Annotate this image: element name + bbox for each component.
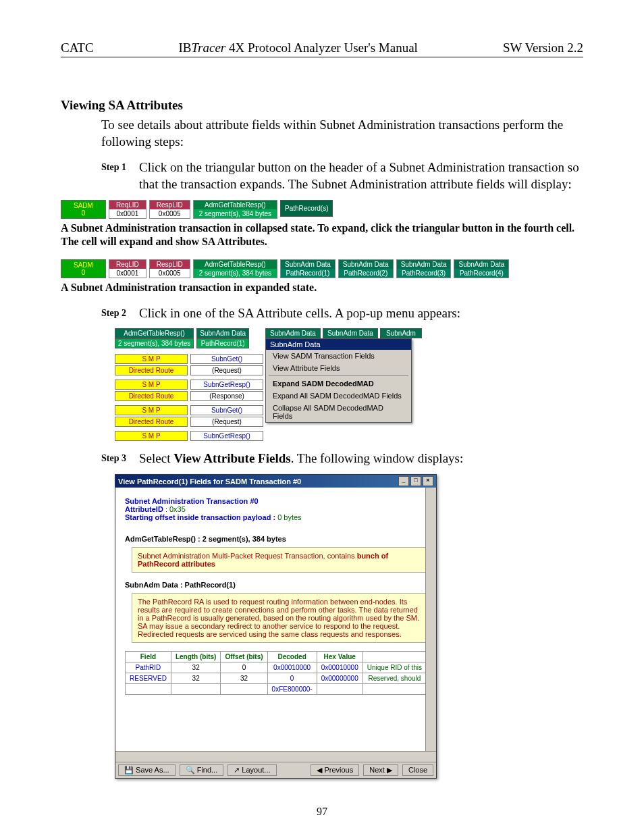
adm-bot: 2 segment(s), 384 bytes <box>194 209 277 218</box>
step2-text: Click in one of the SA Attribute cells. … <box>139 305 583 322</box>
subn-bot-4: PathRecord(4) <box>454 269 508 278</box>
subnget-cell-1[interactable]: SubnGet() <box>190 354 263 364</box>
smp-cell-3[interactable]: S M P <box>115 405 188 415</box>
transaction-header: Subnet Administration Transaction #0 <box>125 497 427 505</box>
subn-hdr-2[interactable]: SubnAdm Data <box>265 328 321 338</box>
sadm-cell-2[interactable]: SADM 0 <box>61 259 106 278</box>
header-italic: Tracer <box>192 41 226 55</box>
table-row[interactable]: RESERVED 32 32 0 0x00000000 Reserved, sh… <box>126 673 427 684</box>
vertical-scrollbar[interactable] <box>425 488 436 751</box>
menu-expand-all[interactable]: Expand All SADM DecodedMAD Fields <box>266 390 411 402</box>
subn-cell-2[interactable]: SubnAdm Data PathRecord(2) <box>338 259 394 278</box>
close-button[interactable]: Close <box>402 764 433 776</box>
cell-len-2: 32 <box>171 673 221 684</box>
subngetresp-cell-2[interactable]: SubnGetResp() <box>190 431 263 441</box>
step1-text: Click on the triangular button on the he… <box>139 159 583 192</box>
col-field: Field <box>126 652 171 662</box>
adm-bot-3: 2 segment(s), 384 bytes <box>115 338 194 348</box>
reqlid-bot-2: 0x0001 <box>109 269 146 278</box>
cell-off-2: 32 <box>221 673 267 684</box>
pathrecord-cell[interactable]: PathRecord(s) <box>280 200 333 217</box>
step1-label: Step 1 <box>101 159 139 173</box>
description-box-1: Subnet Administration Multi-Packet Reque… <box>132 547 427 573</box>
col-hexvalue: Hex Value <box>317 652 363 662</box>
resplid-cell-2[interactable]: RespLID 0x0005 <box>149 259 190 278</box>
layout-button[interactable]: ↗ Layout... <box>227 764 276 776</box>
offset-value: 0 bytes <box>275 513 302 521</box>
subnadm-data-header: SubnAdm Data : PathRecord(1) <box>125 581 427 589</box>
subngetresp-cell-1[interactable]: SubnGetResp() <box>190 380 263 390</box>
table-row[interactable]: 0xFE800000- <box>126 684 427 695</box>
attributeid-label: AttributeID <box>125 505 163 513</box>
next-button[interactable]: Next ▶ <box>363 764 398 776</box>
sadm-bot-2: 0 <box>74 269 93 276</box>
find-label: Find... <box>197 766 218 774</box>
subn-cell-1[interactable]: SubnAdm Data PathRecord(1) <box>280 259 336 278</box>
previous-button[interactable]: ◀ Previous <box>311 764 359 776</box>
next-label: Next <box>369 766 385 774</box>
cell-dec-2: 0 <box>267 673 317 684</box>
reqlid-cell-2[interactable]: ReqLID 0x0001 <box>109 259 146 278</box>
adm-cell-3[interactable]: AdmGetTableResp() <box>115 328 194 338</box>
subn-hdr[interactable]: SubnAdm Data <box>196 328 249 338</box>
cell-desc-1: Unique RID of this <box>363 662 426 673</box>
resplid-top: RespLID <box>150 201 190 209</box>
subn-bot-2: PathRecord(2) <box>339 269 393 278</box>
cell-len-3 <box>171 684 221 695</box>
smp-cell-4[interactable]: S M P <box>115 431 188 441</box>
section-title: Viewing SA Attributes <box>61 98 583 113</box>
sadm-cell[interactable]: SADM 0 <box>61 200 106 219</box>
col-desc <box>363 652 426 662</box>
menu-view-attribute-fields[interactable]: View Attribute Fields <box>266 362 411 374</box>
subn-hdr-3[interactable]: SubnAdm Data <box>323 328 378 338</box>
window-titlebar[interactable]: View PathRecord(1) Fields for SADM Trans… <box>115 475 436 488</box>
attributeid-value: : 0x35 <box>163 505 186 513</box>
screenshot-popup-menu: AdmGetTableResp() 2 segment(s), 384 byte… <box>115 328 412 442</box>
directed-cell-3: Directed Route <box>115 417 188 427</box>
minimize-icon[interactable]: _ <box>398 476 409 486</box>
pr1-cell[interactable]: PathRecord(1) <box>196 338 249 348</box>
saveas-button[interactable]: 💾 Save As... <box>118 764 176 776</box>
cell-hex-1: 0x00010000 <box>317 662 363 673</box>
attributeid-line: AttributeID : 0x35 <box>125 505 427 513</box>
maximize-icon[interactable]: □ <box>410 476 421 486</box>
window-title: View PathRecord(1) Fields for SADM Trans… <box>118 477 301 486</box>
response-cell-1: (Response) <box>190 391 263 401</box>
resplid-cell[interactable]: RespLID 0x0005 <box>149 200 190 219</box>
header-suffix: 4X Protocol Analyzer User's Manual <box>225 41 418 55</box>
adm-cell-2[interactable]: AdmGetTableResp() 2 segment(s), 384 byte… <box>193 259 277 278</box>
offset-line: Starting offset inside transaction paylo… <box>125 513 427 521</box>
close-icon[interactable]: × <box>423 476 433 486</box>
menu-expand-decodedmad[interactable]: Expand SADM DecodedMAD <box>266 377 411 390</box>
cell-field-2: RESERVED <box>126 673 171 684</box>
cell-field-3 <box>126 684 171 695</box>
menu-separator <box>269 375 408 376</box>
layout-label: Layout... <box>242 766 270 774</box>
subn-cell-4[interactable]: SubnAdm Data PathRecord(4) <box>454 259 509 278</box>
subnget-cell-2[interactable]: SubnGet() <box>190 405 263 415</box>
smp-cell-2[interactable]: S M P <box>115 380 188 390</box>
horizontal-scrollbar[interactable] <box>115 751 436 762</box>
request-cell-2: (Request) <box>190 417 263 427</box>
previous-label: Previous <box>324 766 353 774</box>
cell-len-1: 32 <box>171 662 221 673</box>
table-row[interactable]: PathRID 32 0 0x00010000 0x00010000 Uniqu… <box>126 662 427 673</box>
subn-top-4: SubnAdm Data <box>454 260 508 269</box>
screenshot-collapsed: SADM 0 ReqLID 0x0001 RespLID 0x0005 AdmG… <box>61 200 583 219</box>
subn-cell-3[interactable]: SubnAdm Data PathRecord(3) <box>396 259 452 278</box>
intro-text: To see details about attribute fields wi… <box>101 117 583 150</box>
cell-dec-1: 0x00010000 <box>267 662 317 673</box>
col-length: Length (bits) <box>171 652 221 662</box>
subn-hdr-4[interactable]: SubnAdm <box>380 328 422 338</box>
find-button[interactable]: 🔍 Find... <box>180 764 224 776</box>
window-button-bar: 💾 Save As... 🔍 Find... ↗ Layout... ◀ Pre… <box>115 762 436 778</box>
cell-field-1: PathRID <box>126 662 171 673</box>
menu-collapse-all[interactable]: Collapse All SADM DecodedMAD Fields <box>266 402 411 422</box>
adm-cell[interactable]: AdmGetTableResp() 2 segment(s), 384 byte… <box>193 200 277 219</box>
col-offset: Offset (bits) <box>221 652 267 662</box>
smp-cell-1[interactable]: S M P <box>115 354 188 364</box>
menu-view-transaction-fields[interactable]: View SADM Transaction Fields <box>266 350 411 362</box>
header-left: CATC <box>61 41 94 55</box>
sadm-top: SADM <box>74 202 93 209</box>
reqlid-cell[interactable]: ReqLID 0x0001 <box>109 200 146 219</box>
